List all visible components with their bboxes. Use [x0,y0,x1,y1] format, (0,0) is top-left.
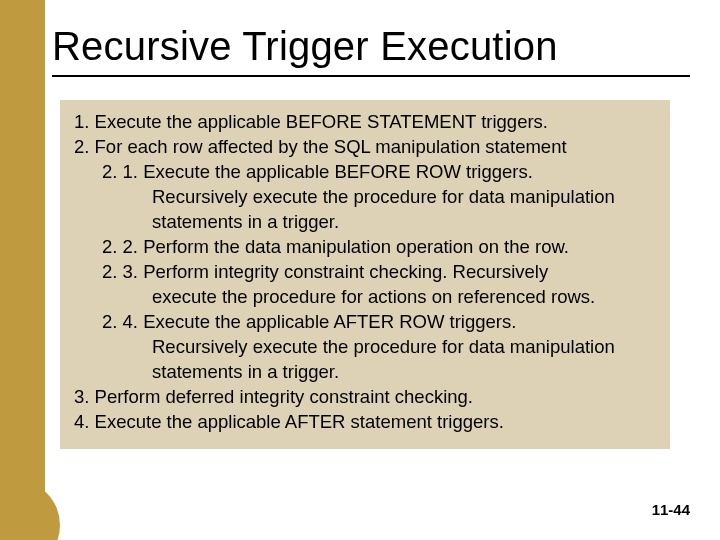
content-line: 4. Execute the applicable AFTER statemen… [74,410,656,435]
content-line: 2. 4. Execute the applicable AFTER ROW t… [74,310,656,335]
content-line: 3. Perform deferred integrity constraint… [74,385,656,410]
page-number: 11-44 [652,501,690,518]
content-line: 1. Execute the applicable BEFORE STATEME… [74,110,656,135]
title-underline [52,75,690,77]
content-line: Recursively execute the procedure for da… [74,185,656,210]
content-line: Recursively execute the procedure for da… [74,335,656,360]
content-line: statements in a trigger. [74,360,656,385]
content-line: 2. 1. Execute the applicable BEFORE ROW … [74,160,656,185]
content-line: 2. For each row affected by the SQL mani… [74,135,656,160]
slide-title: Recursive Trigger Execution [52,24,690,75]
title-block: Recursive Trigger Execution [52,24,690,77]
content-line: statements in a trigger. [74,210,656,235]
content-line: execute the procedure for actions on ref… [74,285,656,310]
content-box: 1. Execute the applicable BEFORE STATEME… [60,100,670,449]
content-line: 2. 3. Perform integrity constraint check… [74,260,656,285]
accent-circle [0,480,60,540]
content-line: 2. 2. Perform the data manipulation oper… [74,235,656,260]
accent-sidebar [0,0,45,540]
